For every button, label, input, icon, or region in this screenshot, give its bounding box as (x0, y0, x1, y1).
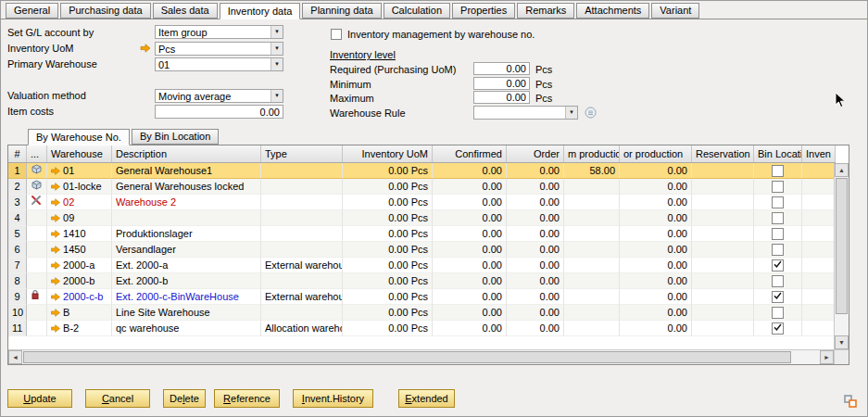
tab-variant[interactable]: Variant (651, 3, 699, 19)
bin-location-checkbox[interactable] (772, 259, 784, 272)
link-arrow-icon[interactable] (51, 214, 60, 222)
reservation-cell[interactable] (692, 179, 754, 195)
link-arrow-icon[interactable] (51, 261, 60, 270)
row-number-cell[interactable]: 7 (8, 258, 27, 273)
warehouse-boxes-icon[interactable] (27, 163, 47, 179)
row-number-cell[interactable]: 9 (8, 289, 27, 305)
inventory-uom-cell[interactable]: 0.00 Pcs (343, 305, 433, 321)
table-row[interactable]: 10 BLine Site Warehouse0.00 Pcs0.000.000… (8, 305, 836, 321)
warehouse-type-cell[interactable] (261, 273, 343, 289)
order-cell[interactable]: 0.00 (507, 179, 564, 195)
confirmed-cell[interactable]: 0.00 (433, 321, 507, 336)
table-row[interactable]: 11 B-2qc warehouseAllocation wareho0.00 … (8, 321, 836, 336)
update-button[interactable]: Update (7, 389, 72, 408)
inventory-uom-cell[interactable]: 0.00 Pcs (343, 210, 433, 226)
inventory-uom-cell[interactable]: 0.00 Pcs (343, 273, 433, 289)
link-arrow-icon[interactable] (140, 44, 151, 53)
warehouse-type-cell[interactable]: External warehous (261, 289, 343, 305)
bin-location-checkbox[interactable] (772, 212, 784, 224)
for-production-cell[interactable]: 0.00 (620, 258, 692, 273)
row-number-cell[interactable]: 6 (8, 242, 27, 258)
horizontal-scrollbar[interactable]: ◄ ► (8, 349, 834, 364)
tab-calculation[interactable]: Calculation (384, 3, 450, 19)
inventory-extra-cell[interactable] (802, 195, 836, 210)
scroll-left-button[interactable]: ◄ (8, 350, 22, 364)
tab-general[interactable]: General (6, 3, 58, 19)
row-number-cell[interactable]: 5 (8, 226, 27, 242)
warehouse-description-cell[interactable]: Line Site Warehouse (112, 305, 261, 321)
chevron-down-icon[interactable]: ▼ (270, 58, 283, 70)
inventory-extra-cell[interactable] (802, 289, 836, 305)
lock-icon[interactable] (27, 289, 47, 305)
column-header-bin-location[interactable]: Bin Location (754, 145, 802, 163)
warehouse-code-cell[interactable]: 2000-a (47, 258, 112, 273)
warehouse-code-cell[interactable]: 02 (47, 195, 112, 210)
warehouse-description-cell[interactable]: Ext. 2000-b (112, 273, 261, 289)
horizontal-scroll-thumb[interactable] (23, 351, 791, 363)
reservation-cell[interactable] (692, 289, 754, 305)
warehouse-status-icon[interactable] (27, 210, 47, 226)
inventory-extra-cell[interactable] (802, 273, 836, 289)
row-number-cell[interactable]: 4 (8, 210, 27, 226)
column-header-order[interactable]: Order (507, 145, 564, 163)
row-number-cell[interactable]: 8 (8, 273, 27, 289)
order-cell[interactable]: 0.00 (507, 210, 564, 226)
warehouse-status-icon[interactable] (27, 242, 47, 258)
warehouse-code-cell[interactable]: 2000-c-b (47, 289, 112, 305)
inventory-extra-cell[interactable] (802, 179, 836, 195)
invent-history-button[interactable]: Invent.History (293, 389, 373, 408)
chevron-down-icon[interactable]: ▼ (270, 43, 283, 55)
warehouse-description-cell[interactable]: Warehouse 2 (112, 195, 261, 210)
inventory-extra-cell[interactable] (802, 226, 836, 242)
tab-properties[interactable]: Properties (452, 3, 515, 19)
bin-location-cell[interactable] (754, 321, 802, 336)
bin-location-checkbox[interactable] (772, 291, 784, 303)
warehouse-code-cell[interactable]: 01 (47, 163, 112, 179)
inventory-extra-cell[interactable] (802, 258, 836, 273)
warehouse-code-cell[interactable]: B-2 (47, 321, 112, 336)
bin-location-cell[interactable] (754, 163, 802, 179)
column-header-m-production[interactable]: m production (564, 145, 620, 163)
confirmed-cell[interactable]: 0.00 (433, 242, 507, 258)
row-number-cell[interactable]: 3 (8, 195, 27, 210)
table-row[interactable]: 5 1410Produktionslager0.00 Pcs0.000.000.… (8, 226, 836, 242)
bin-location-cell[interactable] (754, 242, 802, 258)
warehouse-status-icon[interactable] (27, 305, 47, 321)
inventory-uom-cell[interactable]: 0.00 Pcs (343, 195, 433, 210)
warehouse-code-cell[interactable]: 1450 (47, 242, 112, 258)
scroll-up-button[interactable]: ▲ (835, 163, 849, 177)
column-header--[interactable]: ... (27, 145, 47, 163)
minimum-input[interactable]: 0.00 (473, 77, 530, 90)
confirmed-cell[interactable]: 0.00 (433, 258, 507, 273)
row-number-cell[interactable]: 11 (8, 321, 27, 336)
vertical-scrollbar[interactable]: ▲ ▼ (834, 163, 849, 349)
delete-button[interactable]: Delete (163, 389, 206, 408)
column-header-inventory-uom[interactable]: Inventory UoM (343, 145, 433, 163)
table-row[interactable]: 3 02Warehouse 20.00 Pcs0.000.000.00 (8, 195, 836, 210)
warehouse-description-cell[interactable]: qc warehouse (112, 321, 261, 336)
table-row[interactable]: 1 01General Warehouse10.00 Pcs0.000.0058… (8, 163, 836, 179)
bin-location-cell[interactable] (754, 195, 802, 210)
bin-location-checkbox[interactable] (772, 322, 784, 335)
column-header-warehouse[interactable]: Warehouse (47, 145, 112, 163)
bin-location-checkbox[interactable] (772, 165, 784, 177)
in-production-cell[interactable] (564, 179, 620, 195)
row-number-cell[interactable]: 1 (8, 163, 27, 179)
warehouse-type-cell[interactable] (261, 163, 343, 179)
tab-sales-data[interactable]: Sales data (153, 3, 218, 19)
for-production-cell[interactable]: 0.00 (620, 226, 692, 242)
table-row[interactable]: 9 2000-c-bExt. 2000-c-BinWareHouseExtern… (8, 289, 836, 305)
link-arrow-icon[interactable] (51, 198, 60, 207)
confirmed-cell[interactable]: 0.00 (433, 226, 507, 242)
link-arrow-icon[interactable] (51, 293, 60, 301)
extended-button[interactable]: Extended (398, 389, 455, 408)
for-production-cell[interactable]: 0.00 (620, 163, 692, 179)
for-production-cell[interactable]: 0.00 (620, 179, 692, 195)
tab-remarks[interactable]: Remarks (517, 3, 574, 19)
reservation-cell[interactable] (692, 305, 754, 321)
warehouse-rule-combo[interactable]: ▼ (473, 106, 578, 120)
row-number-cell[interactable]: 2 (8, 179, 27, 195)
chevron-down-icon[interactable]: ▼ (565, 107, 577, 119)
inventory-uom-cell[interactable]: 0.00 Pcs (343, 289, 433, 305)
scroll-down-button[interactable]: ▼ (835, 335, 849, 349)
